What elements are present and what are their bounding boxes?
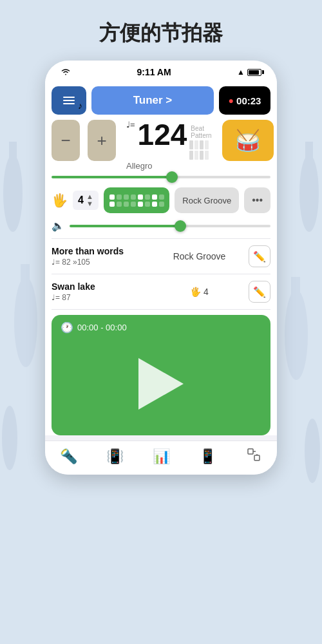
volume-slider-thumb[interactable] bbox=[175, 220, 186, 232]
music-note-icon: ♪ bbox=[78, 100, 82, 111]
volume-slider-track[interactable] bbox=[70, 225, 270, 227]
page-title: 方便的节拍器 bbox=[0, 0, 322, 61]
svg-rect-3 bbox=[21, 264, 30, 322]
hand-icon: 🖐 bbox=[52, 193, 68, 208]
pattern-active-button[interactable] bbox=[104, 187, 170, 213]
svg-rect-6 bbox=[305, 142, 313, 193]
song-center-label-1: Rock Groove bbox=[173, 251, 226, 261]
app-content: ♪ Tuner > ● 00:23 − + ♩= 124 Beat Patter… bbox=[45, 81, 277, 435]
device-icon: 📱 bbox=[199, 448, 216, 465]
flashlight-icon: 🔦 bbox=[60, 448, 77, 465]
song-center-label-2: 4 bbox=[204, 287, 209, 297]
svg-rect-11 bbox=[254, 455, 260, 460]
tempo-slider-track[interactable] bbox=[52, 176, 270, 178]
nav-item-device[interactable]: 📱 bbox=[184, 448, 231, 466]
status-bar: 9:11 AM ▲ bbox=[45, 61, 277, 81]
tuner-button[interactable]: Tuner > bbox=[91, 86, 214, 115]
hamburger-line-1 bbox=[63, 97, 75, 98]
tempo-slider-row bbox=[45, 176, 277, 184]
svg-rect-8 bbox=[291, 277, 300, 335]
volume-slider-row: 🔈 bbox=[45, 217, 277, 238]
player-time-row: 🕐 00:00 - 00:00 bbox=[61, 321, 261, 334]
nav-item-chart[interactable]: 📊 bbox=[138, 448, 184, 466]
bpm-value: 124 bbox=[138, 120, 187, 149]
svg-rect-10 bbox=[248, 449, 253, 454]
song-edit-button-1[interactable]: ✏️ bbox=[249, 245, 270, 267]
chart-icon: 📊 bbox=[153, 448, 170, 465]
svg-point-5 bbox=[299, 155, 319, 232]
more-icon: ••• bbox=[252, 194, 263, 206]
pattern-dots-visual bbox=[109, 194, 164, 207]
song-info-2: Swan lake ♩= 87 bbox=[52, 281, 150, 302]
player-section: 🕐 00:00 - 00:00 bbox=[52, 315, 270, 435]
beat-stepper-arrows[interactable]: ▲▼ bbox=[86, 193, 93, 207]
nav-item-flashlight[interactable]: 🔦 bbox=[45, 448, 91, 466]
beat-count-stepper[interactable]: 4 ▲▼ bbox=[73, 191, 99, 210]
tempo-name: Allegro bbox=[126, 161, 152, 171]
nav-item-vibrate[interactable]: 📳 bbox=[91, 448, 138, 466]
svg-point-4 bbox=[2, 406, 17, 470]
song-meta-2: ♩= 87 bbox=[52, 293, 150, 302]
svg-point-0 bbox=[3, 155, 23, 232]
bpm-note-symbol: ♩= bbox=[126, 120, 135, 129]
menu-button[interactable]: ♪ bbox=[52, 86, 86, 115]
svg-point-7 bbox=[285, 290, 308, 380]
phone-frame: 9:11 AM ▲ ♪ Tuner > ● 00:23 bbox=[45, 61, 277, 475]
beat-row: 🖐 4 ▲▼ bbox=[45, 184, 277, 217]
song-info-1: More than words ♩= 82 »105 bbox=[52, 246, 150, 267]
vibrate-icon: 📳 bbox=[106, 448, 124, 465]
bpm-display: ♩= 124 Beat Pattern bbox=[121, 120, 217, 171]
rock-groove-label: Rock Groove bbox=[182, 196, 231, 205]
edit-icon-1: ✏️ bbox=[253, 251, 266, 263]
bpm-row: − + ♩= 124 Beat Pattern bbox=[45, 120, 277, 176]
play-button-triangle[interactable] bbox=[138, 358, 184, 410]
song-title-2: Swan lake bbox=[52, 281, 150, 292]
nav-item-expand[interactable] bbox=[231, 448, 277, 466]
svg-rect-1 bbox=[9, 142, 17, 193]
song-item-2: Swan lake ♩= 87 🖐 4 ✏️ bbox=[52, 274, 270, 310]
song-hand-icon-2: 🖐 bbox=[190, 287, 201, 297]
wifi-icon bbox=[61, 68, 71, 77]
svg-point-2 bbox=[14, 277, 37, 367]
tempo-slider-thumb[interactable] bbox=[166, 171, 178, 183]
hamburger-line-3 bbox=[63, 103, 75, 104]
song-title-1: More than words bbox=[52, 246, 150, 256]
song-edit-button-2[interactable]: ✏️ bbox=[249, 281, 270, 303]
header-row: ♪ Tuner > ● 00:23 bbox=[45, 81, 277, 120]
status-time: 9:11 AM bbox=[137, 67, 171, 77]
drum-icon: 🥁 bbox=[235, 128, 261, 153]
player-time-range: 00:00 - 00:00 bbox=[77, 323, 127, 332]
location-icon: ▲ bbox=[237, 68, 245, 77]
more-options-button[interactable]: ••• bbox=[244, 187, 270, 213]
record-dot-icon: ● bbox=[229, 95, 234, 106]
player-clock-icon: 🕐 bbox=[61, 321, 73, 334]
drum-button[interactable]: 🥁 bbox=[222, 120, 274, 161]
record-button[interactable]: ● 00:23 bbox=[219, 86, 270, 115]
volume-slider-wrap bbox=[70, 225, 270, 227]
tuner-label: Tuner > bbox=[133, 94, 173, 107]
beat-pattern-label: Beat Pattern bbox=[191, 125, 211, 139]
beat-pattern-visual bbox=[189, 140, 211, 160]
rock-groove-button[interactable]: Rock Groove bbox=[175, 187, 239, 213]
bpm-decrease-button[interactable]: − bbox=[52, 120, 80, 161]
expand-icon bbox=[247, 448, 261, 466]
beat-count-value: 4 bbox=[78, 194, 84, 206]
edit-icon-2: ✏️ bbox=[253, 286, 266, 298]
bpm-increase-button[interactable]: + bbox=[88, 120, 116, 161]
song-center-2: 🖐 4 bbox=[150, 287, 249, 297]
battery-fill bbox=[249, 70, 259, 75]
bottom-nav: 🔦 📳 📊 📱 bbox=[45, 440, 277, 475]
song-meta-1: ♩= 82 »105 bbox=[52, 258, 150, 267]
song-center-1: Rock Groove bbox=[150, 251, 249, 261]
svg-point-9 bbox=[305, 419, 320, 483]
battery-icon bbox=[247, 69, 261, 76]
status-right: ▲ bbox=[237, 68, 261, 77]
record-time: 00:23 bbox=[236, 95, 261, 106]
play-area[interactable] bbox=[61, 339, 261, 429]
volume-icon: 🔈 bbox=[52, 220, 64, 232]
song-item: More than words ♩= 82 »105 Rock Groove ✏… bbox=[52, 239, 270, 274]
hamburger-line-2 bbox=[63, 100, 75, 101]
song-list: More than words ♩= 82 »105 Rock Groove ✏… bbox=[45, 239, 277, 310]
